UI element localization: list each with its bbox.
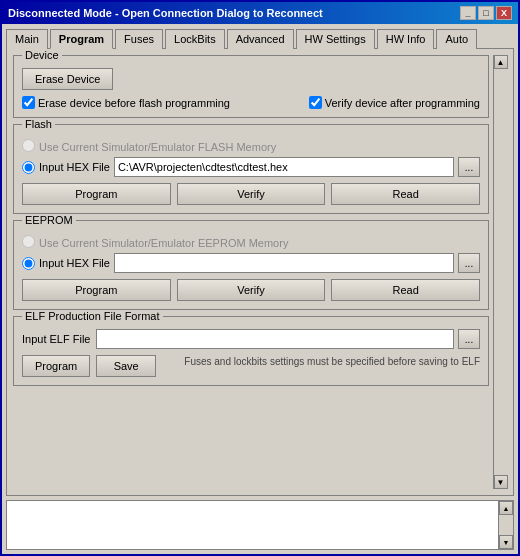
flash-hex-radio[interactable]	[22, 161, 35, 174]
content-area: Device Erase Device Erase device before …	[6, 48, 514, 496]
flash-read-button[interactable]: Read	[331, 183, 480, 205]
tab-hw-info[interactable]: HW Info	[377, 29, 435, 49]
tabs-bar: Main Program Fuses LockBits Advanced HW …	[2, 24, 518, 48]
verify-after-programming-checkbox[interactable]: Verify device after programming	[309, 96, 480, 109]
eeprom-read-button[interactable]: Read	[331, 279, 480, 301]
tab-program[interactable]: Program	[50, 29, 113, 49]
flash-file-input[interactable]	[114, 157, 454, 177]
eeprom-group: EEPROM Use Current Simulator/Emulator EE…	[13, 220, 489, 310]
elf-note: Fuses and lockbits settings must be spec…	[184, 356, 480, 367]
eeprom-hex-label: Input HEX File	[39, 257, 110, 269]
scroll-down-button[interactable]: ▼	[494, 475, 508, 489]
eeprom-simulator-radio[interactable]	[22, 235, 35, 248]
scroll-track	[494, 69, 507, 475]
close-button[interactable]: X	[496, 6, 512, 20]
eeprom-file-input[interactable]	[114, 253, 454, 273]
eeprom-hex-radio[interactable]	[22, 257, 35, 270]
eeprom-program-button[interactable]: Program	[22, 279, 171, 301]
output-section: ▲ ▼	[6, 500, 514, 550]
flash-hex-label: Input HEX File	[39, 161, 110, 173]
tab-auto[interactable]: Auto	[436, 29, 477, 49]
eeprom-group-title: EEPROM	[22, 214, 76, 226]
tab-fuses[interactable]: Fuses	[115, 29, 163, 49]
flash-simulator-radio[interactable]	[22, 139, 35, 152]
tab-hw-settings[interactable]: HW Settings	[296, 29, 375, 49]
device-group-title: Device	[22, 49, 62, 61]
elf-file-input[interactable]	[96, 329, 454, 349]
tab-main[interactable]: Main	[6, 29, 48, 49]
eeprom-verify-button[interactable]: Verify	[177, 279, 326, 301]
maximize-button[interactable]: □	[478, 6, 494, 20]
device-group: Device Erase Device Erase device before …	[13, 55, 489, 118]
tab-lockbits[interactable]: LockBits	[165, 29, 225, 49]
flash-program-button[interactable]: Program	[22, 183, 171, 205]
main-panel: Device Erase Device Erase device before …	[13, 55, 489, 489]
scrollbar: ▲ ▼	[493, 55, 507, 489]
scroll-up-button[interactable]: ▲	[494, 55, 508, 69]
tab-advanced[interactable]: Advanced	[227, 29, 294, 49]
flash-verify-button[interactable]: Verify	[177, 183, 326, 205]
window-title: Disconnected Mode - Open Connection Dial…	[8, 7, 323, 19]
title-bar-buttons: _ □ X	[460, 6, 512, 20]
elf-group-title: ELF Production File Format	[22, 310, 163, 322]
flash-group: Flash Use Current Simulator/Emulator FLA…	[13, 124, 489, 214]
elf-input-label: Input ELF File	[22, 333, 92, 345]
elf-browse-button[interactable]: ...	[458, 329, 480, 349]
output-text-area	[6, 500, 498, 550]
output-scrollbar: ▲ ▼	[498, 500, 514, 550]
verify-after-programming-input[interactable]	[309, 96, 322, 109]
erase-before-flash-input[interactable]	[22, 96, 35, 109]
main-window: Disconnected Mode - Open Connection Dial…	[0, 0, 520, 556]
erase-before-flash-checkbox[interactable]: Erase device before flash programming	[22, 96, 230, 109]
elf-group: ELF Production File Format Input ELF Fil…	[13, 316, 489, 386]
output-row: ▲ ▼	[6, 500, 514, 550]
output-scroll-track	[499, 515, 513, 535]
erase-device-button[interactable]: Erase Device	[22, 68, 113, 90]
minimize-button[interactable]: _	[460, 6, 476, 20]
eeprom-browse-button[interactable]: ...	[458, 253, 480, 273]
elf-save-button[interactable]: Save	[96, 355, 156, 377]
title-bar: Disconnected Mode - Open Connection Dial…	[2, 2, 518, 24]
output-scroll-up-button[interactable]: ▲	[499, 501, 513, 515]
flash-group-title: Flash	[22, 118, 55, 130]
flash-browse-button[interactable]: ...	[458, 157, 480, 177]
output-scroll-down-button[interactable]: ▼	[499, 535, 513, 549]
elf-program-button[interactable]: Program	[22, 355, 90, 377]
